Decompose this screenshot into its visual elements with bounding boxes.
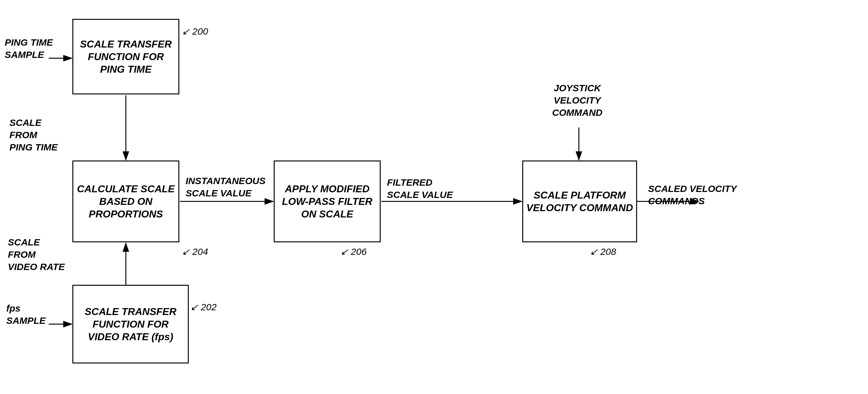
ref-202: ↙ 202 — [190, 301, 216, 312]
box-202: SCALE TRANSFERFUNCTION FORVIDEO RATE (fp… — [72, 285, 189, 363]
label-joystick-velocity: JOYSTICKVELOCITYCOMMAND — [535, 82, 620, 119]
ref-204: ↙ 204 — [182, 246, 208, 257]
box-208: SCALE PLATFORMVELOCITY COMMAND — [522, 160, 637, 242]
label-fps-sample: fpsSAMPLE — [6, 302, 60, 327]
ref-206: ↙ 206 — [340, 246, 367, 257]
label-ping-time-sample: PING TIMESAMPLE — [5, 36, 55, 61]
label-scale-from-video: SCALE FROMVIDEO RATE — [8, 236, 66, 273]
diagram-container: SCALE TRANSFER FUNCTION FOR PING TIME ↙ … — [0, 0, 868, 394]
box-200: SCALE TRANSFER FUNCTION FOR PING TIME — [72, 19, 179, 94]
label-scaled-velocity: SCALED VELOCITYCOMMANDS — [648, 183, 752, 207]
box-206: APPLY MODIFIEDLOW-PASS FILTERON SCALE — [274, 160, 381, 242]
ref-200: ↙ 200 — [182, 26, 208, 37]
label-scale-from-ping: SCALE FROMPING TIME — [9, 116, 68, 153]
label-instantaneous-scale: INSTANTANEOUSSCALE VALUE — [186, 175, 271, 199]
ref-208: ↙ 208 — [590, 246, 616, 257]
box-204: CALCULATE SCALEBASED ONPROPORTIONS — [72, 160, 179, 242]
label-filtered-scale: FILTEREDSCALE VALUE — [387, 176, 462, 201]
